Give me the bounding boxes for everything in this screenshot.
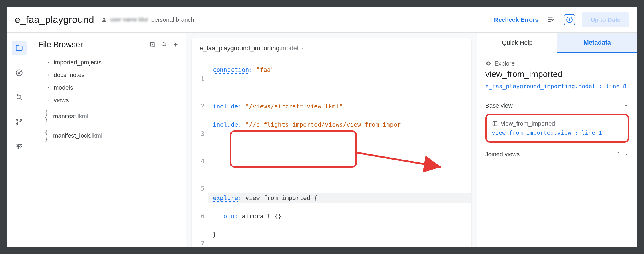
info-icon-button[interactable] (564, 14, 575, 25)
search-icon[interactable] (161, 41, 167, 48)
eye-icon (485, 60, 492, 67)
rail-file-browser[interactable] (12, 41, 27, 55)
tab-metadata[interactable]: Metadata (557, 33, 637, 53)
table-icon (492, 120, 498, 127)
file-ext: .lkml (90, 132, 102, 139)
user-name-blurred: user name blur (110, 16, 148, 23)
svg-rect-1 (569, 19, 570, 21)
info-icon (566, 16, 573, 23)
rail-find-replace[interactable] (12, 90, 27, 105)
tree-folder[interactable]: models (38, 81, 179, 94)
tree-file[interactable]: { } manifest_lock.lkml (38, 126, 179, 145)
bulk-edit-icon[interactable] (150, 41, 156, 48)
svg-rect-13 (493, 122, 497, 126)
rail-settings[interactable] (12, 139, 27, 154)
svg-point-8 (17, 144, 19, 146)
folder-label: models (54, 84, 73, 91)
rail-git[interactable] (12, 114, 27, 129)
chevron-down-icon (623, 103, 629, 108)
svg-point-6 (16, 123, 18, 125)
braces-icon: { } (43, 129, 50, 142)
svg-point-12 (162, 43, 165, 46)
app-window: e_faa_playground user name blur personal… (7, 7, 637, 247)
folder-label: imported_projects (54, 59, 102, 66)
caret-right-icon (46, 98, 50, 102)
svg-point-3 (16, 70, 22, 76)
svg-point-7 (20, 119, 22, 121)
metadata-entity-name: view_from_imported (485, 69, 629, 79)
editor-tab[interactable]: e_faa_playground_importing.model (192, 38, 471, 56)
collapse-icon[interactable] (138, 41, 144, 48)
file-tab-ext: .model (279, 45, 298, 52)
file-browser-title: File Browser (38, 40, 138, 49)
line-gutter: 1 2 3 4 5 6 7 8▾ 9 10 11 (192, 56, 208, 247)
checklist-icon (547, 16, 555, 23)
right-panel: Quick Help Metadata Explore view_from_im… (477, 33, 637, 247)
tree-folder[interactable]: imported_projects (38, 56, 179, 69)
tree-file[interactable]: { } manifest.lkml (38, 106, 179, 126)
header: e_faa_playground user name blur personal… (7, 7, 637, 33)
metadata-body: Explore view_from_imported e_faa_playgro… (477, 53, 637, 169)
caret-right-icon (46, 86, 50, 90)
folder-label: docs_notes (54, 72, 84, 78)
chevron-down-icon (623, 151, 629, 157)
editor-card: e_faa_playground_importing.model 1 2 3 4… (192, 38, 471, 247)
user-area[interactable]: user name blur personal branch (101, 16, 194, 23)
search-refresh-icon (15, 93, 23, 101)
caret-down-icon[interactable] (301, 46, 305, 51)
add-icon[interactable] (172, 41, 179, 48)
recheck-errors-link[interactable]: Recheck Errors (494, 16, 538, 23)
svg-point-5 (16, 119, 18, 121)
project-title: e_faa_playground (15, 14, 94, 25)
file-ext: .lkml (76, 113, 88, 119)
compass-icon (15, 69, 23, 77)
base-view-row[interactable]: view_from_imported (492, 120, 623, 127)
tree-folder[interactable]: views (38, 94, 179, 106)
code-editor[interactable]: 1 2 3 4 5 6 7 8▾ 9 10 11 connection: "fa… (192, 56, 471, 247)
right-panel-tabs: Quick Help Metadata (477, 33, 637, 53)
svg-point-4 (17, 95, 21, 99)
base-view-box: view_from_imported view_from_imported.vi… (485, 114, 629, 143)
file-name: manifest (53, 113, 76, 119)
folder-label: views (54, 97, 69, 104)
section-joined-views[interactable]: Joined views 1 (485, 151, 629, 158)
metadata-kind: Explore (485, 60, 629, 67)
git-branch-icon (15, 118, 23, 126)
svg-point-9 (20, 146, 21, 147)
file-name: manifest_lock (53, 132, 90, 139)
folder-icon (15, 44, 23, 52)
caret-right-icon (46, 60, 50, 64)
svg-point-10 (18, 148, 19, 149)
tree-folder[interactable]: docs_notes (38, 69, 179, 81)
section-base-view[interactable]: Base view (485, 102, 629, 109)
code-content[interactable]: connection: "faa" include: "/views/aircr… (208, 56, 471, 247)
caret-right-icon (46, 73, 50, 77)
user-icon (101, 17, 107, 23)
divider (485, 97, 629, 97)
svg-rect-2 (569, 18, 570, 18)
sliders-icon (15, 142, 23, 150)
file-tab-name: e_faa_playground_importing (200, 45, 279, 52)
metadata-source-link[interactable]: e_faa_playground_importing.model : line … (485, 82, 629, 90)
body: File Browser imported_projects docs_note… (7, 33, 637, 247)
tab-quickhelp[interactable]: Quick Help (477, 33, 557, 53)
file-browser-panel: File Browser imported_projects docs_note… (31, 33, 186, 247)
validate-icon-button[interactable] (545, 14, 557, 25)
branch-label: personal branch (151, 16, 194, 23)
braces-icon: { } (43, 109, 50, 123)
uptodate-button: Up to Date (582, 12, 629, 27)
editor-area: e_faa_playground_importing.model 1 2 3 4… (186, 33, 477, 247)
nav-rail (7, 33, 31, 247)
file-tree: imported_projects docs_notes models view… (38, 56, 179, 145)
base-view-link[interactable]: view_from_imported.view : line 1 (492, 129, 602, 136)
rail-object-browser[interactable] (12, 65, 27, 80)
